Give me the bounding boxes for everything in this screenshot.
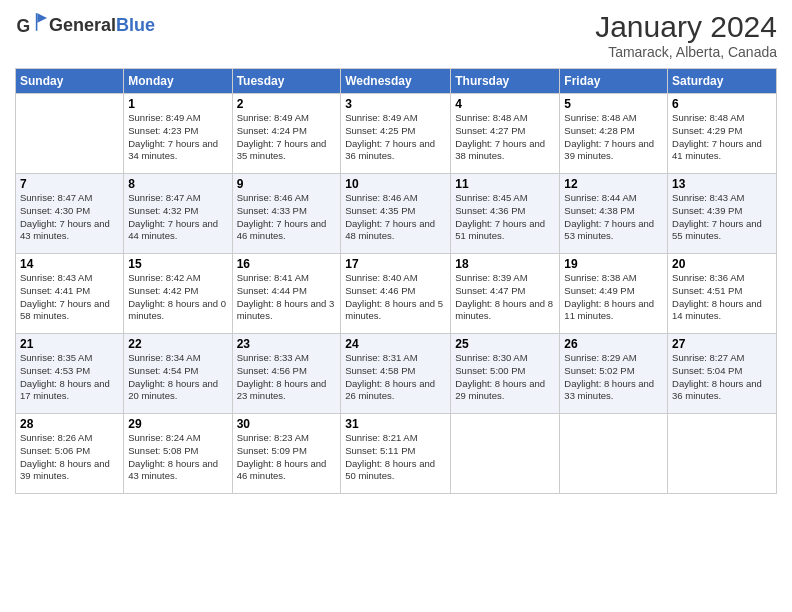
day-info: Sunrise: 8:48 AMSunset: 4:28 PMDaylight:…	[564, 112, 663, 163]
day-cell: 3Sunrise: 8:49 AMSunset: 4:25 PMDaylight…	[341, 94, 451, 174]
day-number: 10	[345, 177, 446, 191]
day-info: Sunrise: 8:48 AMSunset: 4:27 PMDaylight:…	[455, 112, 555, 163]
day-cell: 7Sunrise: 8:47 AMSunset: 4:30 PMDaylight…	[16, 174, 124, 254]
day-info: Sunrise: 8:34 AMSunset: 4:54 PMDaylight:…	[128, 352, 227, 403]
header: G GeneralBlue January 2024 Tamarack, Alb…	[15, 10, 777, 60]
day-info: Sunrise: 8:33 AMSunset: 4:56 PMDaylight:…	[237, 352, 337, 403]
svg-marker-2	[37, 13, 47, 23]
header-row: SundayMondayTuesdayWednesdayThursdayFrid…	[16, 69, 777, 94]
day-info: Sunrise: 8:26 AMSunset: 5:06 PMDaylight:…	[20, 432, 119, 483]
day-number: 17	[345, 257, 446, 271]
day-cell: 19Sunrise: 8:38 AMSunset: 4:49 PMDayligh…	[560, 254, 668, 334]
week-row-3: 14Sunrise: 8:43 AMSunset: 4:41 PMDayligh…	[16, 254, 777, 334]
day-info: Sunrise: 8:49 AMSunset: 4:25 PMDaylight:…	[345, 112, 446, 163]
day-number: 23	[237, 337, 337, 351]
svg-rect-3	[36, 13, 38, 31]
location: Tamarack, Alberta, Canada	[595, 44, 777, 60]
day-cell: 18Sunrise: 8:39 AMSunset: 4:47 PMDayligh…	[451, 254, 560, 334]
day-number: 20	[672, 257, 772, 271]
day-number: 24	[345, 337, 446, 351]
day-number: 3	[345, 97, 446, 111]
day-info: Sunrise: 8:39 AMSunset: 4:47 PMDaylight:…	[455, 272, 555, 323]
col-header-friday: Friday	[560, 69, 668, 94]
day-cell: 9Sunrise: 8:46 AMSunset: 4:33 PMDaylight…	[232, 174, 341, 254]
day-info: Sunrise: 8:47 AMSunset: 4:30 PMDaylight:…	[20, 192, 119, 243]
col-header-tuesday: Tuesday	[232, 69, 341, 94]
day-info: Sunrise: 8:36 AMSunset: 4:51 PMDaylight:…	[672, 272, 772, 323]
week-row-2: 7Sunrise: 8:47 AMSunset: 4:30 PMDaylight…	[16, 174, 777, 254]
day-cell: 22Sunrise: 8:34 AMSunset: 4:54 PMDayligh…	[124, 334, 232, 414]
day-info: Sunrise: 8:49 AMSunset: 4:23 PMDaylight:…	[128, 112, 227, 163]
day-number: 21	[20, 337, 119, 351]
day-cell: 23Sunrise: 8:33 AMSunset: 4:56 PMDayligh…	[232, 334, 341, 414]
day-cell: 29Sunrise: 8:24 AMSunset: 5:08 PMDayligh…	[124, 414, 232, 494]
day-info: Sunrise: 8:31 AMSunset: 4:58 PMDaylight:…	[345, 352, 446, 403]
day-number: 19	[564, 257, 663, 271]
day-cell: 27Sunrise: 8:27 AMSunset: 5:04 PMDayligh…	[668, 334, 777, 414]
day-cell	[16, 94, 124, 174]
logo-blue: Blue	[116, 15, 155, 35]
day-info: Sunrise: 8:27 AMSunset: 5:04 PMDaylight:…	[672, 352, 772, 403]
day-cell: 31Sunrise: 8:21 AMSunset: 5:11 PMDayligh…	[341, 414, 451, 494]
col-header-saturday: Saturday	[668, 69, 777, 94]
day-cell: 21Sunrise: 8:35 AMSunset: 4:53 PMDayligh…	[16, 334, 124, 414]
day-number: 14	[20, 257, 119, 271]
day-number: 6	[672, 97, 772, 111]
day-cell: 12Sunrise: 8:44 AMSunset: 4:38 PMDayligh…	[560, 174, 668, 254]
day-cell: 25Sunrise: 8:30 AMSunset: 5:00 PMDayligh…	[451, 334, 560, 414]
month-title: January 2024	[595, 10, 777, 44]
logo: G GeneralBlue	[15, 10, 155, 42]
day-cell: 24Sunrise: 8:31 AMSunset: 4:58 PMDayligh…	[341, 334, 451, 414]
day-cell	[668, 414, 777, 494]
day-number: 2	[237, 97, 337, 111]
col-header-wednesday: Wednesday	[341, 69, 451, 94]
day-cell: 8Sunrise: 8:47 AMSunset: 4:32 PMDaylight…	[124, 174, 232, 254]
day-cell: 20Sunrise: 8:36 AMSunset: 4:51 PMDayligh…	[668, 254, 777, 334]
day-info: Sunrise: 8:40 AMSunset: 4:46 PMDaylight:…	[345, 272, 446, 323]
day-info: Sunrise: 8:46 AMSunset: 4:35 PMDaylight:…	[345, 192, 446, 243]
logo-general: General	[49, 15, 116, 35]
day-info: Sunrise: 8:41 AMSunset: 4:44 PMDaylight:…	[237, 272, 337, 323]
day-info: Sunrise: 8:42 AMSunset: 4:42 PMDaylight:…	[128, 272, 227, 323]
day-number: 7	[20, 177, 119, 191]
week-row-1: 1Sunrise: 8:49 AMSunset: 4:23 PMDaylight…	[16, 94, 777, 174]
day-number: 18	[455, 257, 555, 271]
day-info: Sunrise: 8:47 AMSunset: 4:32 PMDaylight:…	[128, 192, 227, 243]
day-info: Sunrise: 8:43 AMSunset: 4:39 PMDaylight:…	[672, 192, 772, 243]
day-info: Sunrise: 8:49 AMSunset: 4:24 PMDaylight:…	[237, 112, 337, 163]
day-info: Sunrise: 8:46 AMSunset: 4:33 PMDaylight:…	[237, 192, 337, 243]
day-number: 4	[455, 97, 555, 111]
day-cell: 6Sunrise: 8:48 AMSunset: 4:29 PMDaylight…	[668, 94, 777, 174]
day-number: 9	[237, 177, 337, 191]
day-number: 12	[564, 177, 663, 191]
day-info: Sunrise: 8:35 AMSunset: 4:53 PMDaylight:…	[20, 352, 119, 403]
logo-icon: G	[15, 10, 47, 42]
day-number: 26	[564, 337, 663, 351]
col-header-thursday: Thursday	[451, 69, 560, 94]
day-number: 25	[455, 337, 555, 351]
day-number: 28	[20, 417, 119, 431]
day-cell: 13Sunrise: 8:43 AMSunset: 4:39 PMDayligh…	[668, 174, 777, 254]
day-number: 16	[237, 257, 337, 271]
day-cell: 28Sunrise: 8:26 AMSunset: 5:06 PMDayligh…	[16, 414, 124, 494]
day-info: Sunrise: 8:29 AMSunset: 5:02 PMDaylight:…	[564, 352, 663, 403]
week-row-4: 21Sunrise: 8:35 AMSunset: 4:53 PMDayligh…	[16, 334, 777, 414]
day-number: 22	[128, 337, 227, 351]
day-cell: 5Sunrise: 8:48 AMSunset: 4:28 PMDaylight…	[560, 94, 668, 174]
week-row-5: 28Sunrise: 8:26 AMSunset: 5:06 PMDayligh…	[16, 414, 777, 494]
day-number: 11	[455, 177, 555, 191]
day-number: 13	[672, 177, 772, 191]
day-number: 29	[128, 417, 227, 431]
day-number: 8	[128, 177, 227, 191]
day-number: 15	[128, 257, 227, 271]
day-cell: 11Sunrise: 8:45 AMSunset: 4:36 PMDayligh…	[451, 174, 560, 254]
day-cell: 1Sunrise: 8:49 AMSunset: 4:23 PMDaylight…	[124, 94, 232, 174]
day-cell	[451, 414, 560, 494]
title-block: January 2024 Tamarack, Alberta, Canada	[595, 10, 777, 60]
day-cell: 10Sunrise: 8:46 AMSunset: 4:35 PMDayligh…	[341, 174, 451, 254]
day-cell: 26Sunrise: 8:29 AMSunset: 5:02 PMDayligh…	[560, 334, 668, 414]
day-info: Sunrise: 8:43 AMSunset: 4:41 PMDaylight:…	[20, 272, 119, 323]
day-cell: 17Sunrise: 8:40 AMSunset: 4:46 PMDayligh…	[341, 254, 451, 334]
day-number: 31	[345, 417, 446, 431]
day-cell: 4Sunrise: 8:48 AMSunset: 4:27 PMDaylight…	[451, 94, 560, 174]
